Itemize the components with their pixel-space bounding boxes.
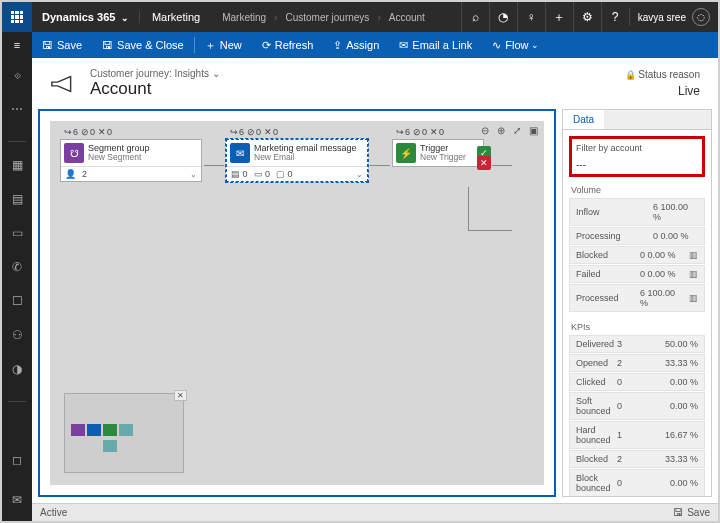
nav-item-5[interactable]: ☐ [2, 290, 32, 312]
save-icon: 🖫 [42, 39, 53, 51]
side-panel: Data Filter by account --- Volume Inflow… [562, 109, 712, 497]
minimap-close-icon[interactable]: ✕ [174, 390, 187, 401]
module-name[interactable]: Marketing [139, 11, 212, 23]
plus-icon: ＋ [205, 38, 216, 53]
assign-button[interactable]: ⇪Assign [323, 32, 389, 58]
status-value: Live [625, 84, 701, 98]
kpi-row: Delivered350.00 % [569, 335, 705, 353]
nav-item-2[interactable]: ▤ [2, 188, 32, 210]
trigger-icon: ⚡ [396, 143, 416, 163]
nav-item-7[interactable]: ◑ [2, 358, 32, 380]
chart-icon[interactable]: ▥ [689, 293, 698, 303]
volume-row: Inflow6 100.00 % [569, 198, 705, 226]
tile-stats: ↪ 6 ⊘0 ✕0 [226, 127, 368, 137]
record-header: Customer journey: Insights ⌄ Account 🔒 S… [32, 58, 718, 103]
kpi-row: Opened233.33 % [569, 354, 705, 372]
chevron-down-icon[interactable]: ⌄ [356, 170, 363, 179]
nav-item-9[interactable]: ✉ [2, 489, 32, 511]
volume-row: Processed6 100.00 %▥ [569, 284, 705, 312]
mail-icon: ✉ [230, 143, 250, 163]
kpi-heading: KPIs [565, 320, 709, 334]
tile-segment-group[interactable]: ☋ Segment groupNew Segment 👤2⌄ [60, 139, 202, 182]
new-button[interactable]: ＋New [195, 32, 252, 58]
no-branch-icon[interactable]: ✕ [477, 156, 491, 170]
nav-pin-icon[interactable]: ⟐ [2, 64, 32, 86]
crumb-1[interactable]: Marketing [222, 12, 266, 23]
save-button[interactable]: 🖫Save [32, 32, 92, 58]
nav-more-icon[interactable]: ⋯ [2, 98, 32, 120]
minimap[interactable]: ✕ [64, 393, 184, 473]
search-icon[interactable]: ⌕ [461, 2, 489, 32]
person-icon: 👤 [65, 169, 76, 179]
nav-item-6[interactable]: ⚇ [2, 324, 32, 346]
nav-item-1[interactable]: ▦ [2, 154, 32, 176]
volume-row: Failed0 0.00 %▥ [569, 265, 705, 283]
zoom-in-icon[interactable]: ⊕ [497, 125, 505, 136]
refresh-button[interactable]: ⟳Refresh [252, 32, 324, 58]
nav-item-8[interactable]: ◻ [2, 449, 32, 471]
assign-icon: ⇪ [333, 39, 342, 52]
app-launcher[interactable] [2, 2, 32, 32]
crumb-2[interactable]: Customer journeys [285, 12, 369, 23]
tab-other[interactable] [604, 110, 711, 129]
chevron-down-icon: ⌄ [531, 40, 539, 50]
snapshot-icon[interactable]: ▣ [529, 125, 538, 136]
chart-icon[interactable]: ▥ [689, 250, 698, 260]
assistant-icon[interactable]: ♀ [517, 2, 545, 32]
top-bar: Dynamics 365 ⌄ Marketing Marketing › Cus… [2, 2, 718, 32]
flow-icon: ∿ [492, 39, 501, 52]
task-icon[interactable]: ◔ [489, 2, 517, 32]
record-state: Active [40, 507, 67, 518]
kpi-row: Block bounced00.00 % [569, 469, 705, 496]
status-bar: Active 🖫Save [32, 503, 718, 521]
kpi-row: Soft bounced00.00 % [569, 392, 705, 420]
volume-row: Blocked0 0.00 %▥ [569, 246, 705, 264]
brand[interactable]: Dynamics 365 ⌄ [32, 11, 139, 23]
avatar: ◌ [692, 8, 710, 26]
email-link-button[interactable]: ✉Email a Link [389, 32, 482, 58]
help-icon[interactable]: ? [601, 2, 629, 32]
nav-item-4[interactable]: ✆ [2, 256, 32, 278]
chart-icon[interactable]: ▥ [689, 269, 698, 279]
volume-heading: Volume [565, 183, 709, 197]
add-icon[interactable]: ＋ [545, 2, 573, 32]
chevron-down-icon[interactable]: ⌄ [190, 170, 197, 179]
breadcrumb: Marketing › Customer journeys › Account [212, 12, 429, 23]
flow-button[interactable]: ∿Flow ⌄ [482, 32, 549, 58]
volume-row: Processing0 0.00 % [569, 227, 705, 245]
chevron-down-icon: ⌄ [118, 13, 129, 23]
refresh-icon: ⟳ [262, 39, 271, 52]
kpi-row: Clicked00.00 % [569, 373, 705, 391]
tile-marketing-email[interactable]: ✉ Marketing email messageNew Email ▤ 0 ▭… [226, 139, 368, 182]
lock-icon: 🔒 [625, 70, 636, 80]
page-title: Account [90, 79, 220, 99]
chevron-down-icon[interactable]: ⌄ [212, 68, 220, 79]
designer-canvas[interactable]: ⊖ ⊕ ⤢ ▣ ↪ 6 ⊘0 ✕0 [50, 121, 544, 485]
filter-by-account[interactable]: Filter by account --- [569, 136, 705, 177]
tab-data[interactable]: Data [563, 110, 604, 129]
save-close-icon: 🖫 [102, 39, 113, 51]
save-close-button[interactable]: 🖫Save & Close [92, 32, 194, 58]
tile-stats: ↪ 6 ⊘0 ✕0 [60, 127, 202, 137]
segment-icon: ☋ [64, 143, 84, 163]
kpi-row: Hard bounced116.67 % [569, 421, 705, 449]
nav-toggle[interactable]: ≡ [2, 32, 32, 58]
settings-icon[interactable]: ⚙ [573, 2, 601, 32]
fit-icon[interactable]: ⤢ [513, 125, 521, 136]
tile-stats: ↪ 6 ⊘0 ✕0 [392, 127, 484, 137]
left-nav: ⟐ ⋯ ▦ ▤ ▭ ✆ ☐ ⚇ ◑ ◻ ✉ [2, 58, 32, 521]
mail-icon: ✉ [399, 39, 408, 52]
tile-trigger[interactable]: ⚡ TriggerNew Trigger ✓ ✕ [392, 139, 484, 167]
designer-canvas-frame: ⊖ ⊕ ⤢ ▣ ↪ 6 ⊘0 ✕0 [38, 109, 556, 497]
nav-item-3[interactable]: ▭ [2, 222, 32, 244]
save-icon[interactable]: 🖫 [673, 507, 683, 518]
crumb-3[interactable]: Account [389, 12, 425, 23]
command-bar: ≡ 🖫Save 🖫Save & Close ＋New ⟳Refresh ⇪Ass… [2, 32, 718, 58]
kpi-row: Blocked233.33 % [569, 450, 705, 468]
user-menu[interactable]: kavya sree ◌ [629, 8, 718, 26]
megaphone-icon [50, 72, 80, 96]
